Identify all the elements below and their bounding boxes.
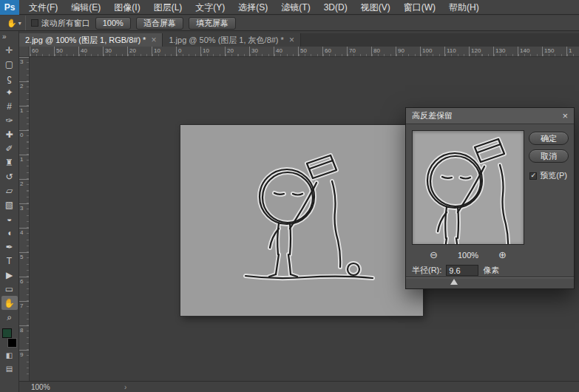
tool-icon: ✛ — [5, 45, 13, 55]
screen-mode-icon[interactable]: ▤ — [1, 363, 18, 374]
scroll-all-windows-checkbox[interactable] — [31, 19, 38, 27]
radius-setting: 半径(R): 像素 — [412, 265, 499, 276]
menu-item-edit[interactable]: 编辑(E) — [64, 0, 107, 15]
healing-brush-tool[interactable]: ✚ — [1, 127, 18, 141]
radius-label: 半径(R): — [412, 265, 441, 276]
ruler-number: 50 — [298, 47, 322, 56]
marquee-tool[interactable]: ▢ — [1, 57, 18, 71]
zoom-tool[interactable]: ⌕ — [1, 310, 18, 324]
clone-stamp-tool[interactable]: ♜ — [1, 155, 18, 169]
ruler-number: 100 — [420, 47, 444, 56]
zoom-in-icon[interactable]: ⊕ — [498, 249, 507, 260]
ruler-number: 40 — [78, 47, 103, 56]
ruler-number: 140 — [518, 47, 542, 56]
blur-tool[interactable]: ◒ — [1, 212, 18, 226]
close-icon[interactable]: × — [289, 36, 294, 44]
dodge-tool[interactable]: ◖ — [1, 226, 18, 240]
ok-button[interactable]: 确定 — [529, 132, 569, 145]
hand-tool[interactable]: ✋ — [1, 296, 18, 310]
tool-icon: ✒ — [5, 242, 13, 252]
filter-preview[interactable] — [412, 130, 524, 245]
tool-icon: ♜ — [5, 158, 13, 168]
document-canvas[interactable] — [180, 125, 423, 316]
ruler-number: 0 — [19, 130, 29, 155]
tool-icon: ◒ — [7, 214, 12, 224]
scroll-all-windows-label: 滚动所有窗口 — [41, 18, 90, 29]
menu-item-window[interactable]: 窗口(W) — [397, 0, 442, 15]
zoom-out-icon[interactable]: ⊖ — [430, 249, 438, 260]
quick-mask-icon[interactable]: ◧ — [1, 350, 18, 361]
menu-item-view[interactable]: 视图(V) — [354, 0, 397, 15]
pen-tool[interactable]: ✒ — [1, 240, 18, 254]
brush-tool[interactable]: ✐ — [1, 141, 18, 155]
menu-item-select[interactable]: 选择(S) — [231, 0, 274, 15]
eyedropper-tool[interactable]: ✑ — [1, 113, 18, 127]
document-tab-bar: 2.jpg @ 100% (图层 1, RGB/8#) * × 1.jpg @ … — [19, 33, 579, 47]
menu-item-type[interactable]: 文字(Y) — [189, 0, 231, 15]
radius-unit: 像素 — [483, 265, 499, 276]
gradient-tool[interactable]: ▧ — [1, 197, 18, 212]
preview-checkbox-label: 预览(P) — [540, 170, 567, 181]
history-brush-tool[interactable]: ↺ — [1, 169, 18, 183]
tool-icon: ▢ — [5, 59, 13, 70]
radius-input[interactable] — [446, 265, 478, 276]
menu-item-help[interactable]: 帮助(H) — [442, 0, 486, 15]
shape-tool[interactable]: ▭ — [1, 282, 18, 296]
dialog-title-bar[interactable]: 高反差保留 × — [406, 108, 574, 124]
close-icon[interactable]: × — [151, 36, 156, 44]
status-zoom-level[interactable]: 100% — [19, 383, 124, 391]
menu-item-3d[interactable]: 3D(D) — [317, 0, 354, 15]
actual-pixels-button[interactable]: 100% — [95, 17, 131, 30]
radius-slider-thumb[interactable] — [450, 279, 458, 285]
path-selection-tool[interactable]: ▶ — [1, 268, 18, 282]
ruler-number: 4 — [19, 228, 29, 252]
menu-item-layer[interactable]: 图层(L) — [147, 0, 189, 15]
close-icon[interactable]: × — [562, 111, 568, 121]
ruler-corner — [19, 47, 30, 57]
tool-icon: ▭ — [5, 284, 13, 294]
document-tab-2jpg[interactable]: 2.jpg @ 100% (图层 1, RGB/8#) * × — [19, 33, 163, 47]
preview-toggle[interactable]: ✓ 预览(P) — [529, 170, 567, 181]
type-tool[interactable]: T — [1, 254, 18, 268]
ruler-number: 150 — [542, 47, 566, 56]
preview-checkbox[interactable]: ✓ — [529, 172, 537, 180]
tool-icon: ◖ — [7, 228, 12, 238]
menu-item-filter[interactable]: 滤镜(T) — [274, 0, 316, 15]
quick-selection-tool[interactable]: ✦ — [1, 85, 18, 99]
document-tab-1jpg[interactable]: 1.jpg @ 50% (图层 1, 灰色/8#) * × — [163, 33, 300, 47]
ruler-number: 30 — [103, 47, 127, 56]
fill-screen-button[interactable]: 填充屏幕 — [189, 17, 236, 30]
status-menu-arrow-icon[interactable]: › — [124, 383, 126, 391]
photoshop-logo: Ps — [0, 0, 19, 15]
ruler-number: 110 — [444, 47, 469, 56]
eraser-tool[interactable]: ▱ — [1, 183, 18, 197]
ruler-number: 2 — [19, 179, 29, 203]
ruler-number: 3 — [19, 203, 29, 228]
menu-item-image[interactable]: 图像(I) — [107, 0, 146, 15]
tab-label: 1.jpg @ 50% (图层 1, 灰色/8#) * — [169, 35, 283, 46]
foreground-color-swatch[interactable] — [2, 328, 12, 338]
vertical-ruler: 3210123456789 — [19, 57, 30, 381]
current-tool-preset[interactable]: ✋ ▾ — [3, 16, 26, 30]
tool-icon: ▱ — [6, 186, 13, 196]
menu-item-file[interactable]: 文件(F) — [22, 0, 64, 15]
crop-tool[interactable]: # — [1, 99, 18, 113]
cancel-button[interactable]: 取消 — [529, 149, 569, 163]
radius-slider-track[interactable] — [406, 277, 574, 278]
ruler-number: 9 — [19, 350, 29, 374]
preview-image — [413, 131, 524, 244]
photoshop-window: Ps 文件(F)编辑(E)图像(I)图层(L)文字(Y)选择(S)滤镜(T)3D… — [0, 0, 579, 392]
lasso-tool[interactable]: ϛ — [1, 71, 18, 85]
tool-icon: ϛ — [7, 73, 12, 84]
horizontal-ruler: 6050403020100102030405060708090100110120… — [30, 47, 579, 57]
ruler-number: 5 — [19, 252, 29, 277]
tool-list: ✛ ▢ ϛ ✦ # ✑ ✚ ✐ ♜ ↺ — [1, 43, 18, 324]
preview-zoom-controls: ⊖ 100% ⊕ — [412, 249, 524, 260]
collapse-panel-icon[interactable]: » — [0, 31, 18, 43]
move-tool[interactable]: ✛ — [1, 43, 18, 57]
background-color-swatch[interactable] — [7, 338, 17, 348]
scroll-all-windows-option[interactable]: 滚动所有窗口 — [31, 18, 90, 29]
tool-icon: ▶ — [6, 270, 13, 280]
fit-screen-button[interactable]: 适合屏幕 — [136, 17, 183, 30]
ruler-number: 3 — [19, 57, 29, 81]
